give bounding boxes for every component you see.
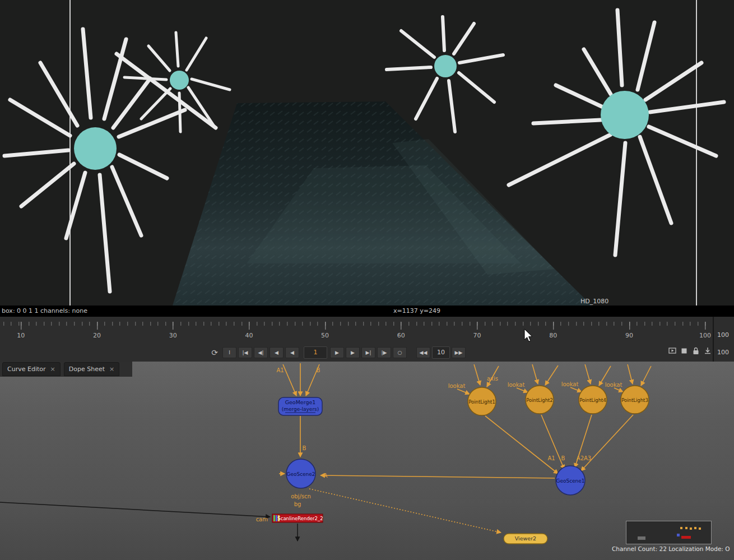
ruler-tick-label: 30 — [169, 332, 177, 339]
svg-text:B: B — [303, 445, 306, 451]
svg-text:GeoScene2: GeoScene2 — [286, 471, 315, 477]
svg-text:lookat: lookat — [605, 382, 622, 388]
play-backward-button[interactable]: ◀ — [285, 347, 299, 358]
monitor-play-icon[interactable] — [668, 346, 677, 355]
tab-curve-editor[interactable]: Curve Editor × — [2, 362, 61, 376]
point-light-sphere — [601, 91, 649, 139]
ruler-major-ticks — [0, 322, 709, 330]
play-forward-button[interactable]: ▶ — [330, 347, 344, 358]
ruler-tick-label: 40 — [245, 332, 253, 339]
lock-icon[interactable] — [691, 346, 700, 355]
nuke-window: HD_1080 box: 0 0 1 1 channels: none x=11… — [0, 0, 734, 560]
svg-text:obj/scn: obj/scn — [291, 493, 311, 499]
ruler-tick-label: 50 — [321, 332, 329, 339]
node-edges-dark — [0, 502, 298, 541]
transport-controls: ⟳ I |◀ ◀| ◀ ◀ 1 ▶ ▶ ▶| |▶ ○ ◀◀ 10 ▶▶ — [0, 343, 713, 362]
node-scanlinerender2[interactable]: ScanlineRender2_2 — [272, 514, 323, 522]
svg-text:GeoMerge1: GeoMerge1 — [285, 399, 316, 405]
prev-keyframe-button[interactable]: ◀| — [254, 347, 268, 358]
point-light-sphere — [434, 55, 457, 77]
goto-start-button[interactable]: |◀ — [238, 347, 252, 358]
viewer-status-bar: box: 0 0 1 1 channels: none x=1137 y=249 — [0, 306, 734, 317]
ruler-tick-label: 100 — [699, 332, 711, 339]
ruler-tick-label: 80 — [549, 332, 557, 339]
point-light-sphere — [74, 127, 117, 170]
svg-text:B: B — [561, 455, 565, 461]
svg-text:Viewer2: Viewer2 — [515, 535, 536, 542]
bbox-channels-label: box: 0 0 1 1 channels: none — [0, 307, 87, 314]
tab-dope-sheet[interactable]: Dope Sheet × — [64, 362, 119, 376]
node-pointlight3[interactable]: PointLight3 — [621, 386, 649, 414]
close-icon[interactable]: × — [50, 365, 55, 373]
node-graph[interactable]: A1 B B A obj/scn bg cam lookat lookat lo… — [0, 362, 734, 560]
range-end-field-bottom[interactable]: 100 — [714, 349, 734, 356]
ruler-tick-label: 60 — [397, 332, 405, 339]
tab-label: Curve Editor — [7, 365, 46, 373]
svg-text:lookat: lookat — [448, 383, 466, 389]
edge-labels: A1 B B A obj/scn bg cam lookat lookat lo… — [256, 367, 622, 522]
cursor-coordinates: x=1137 y=249 — [393, 306, 440, 317]
svg-text:A1: A1 — [276, 367, 284, 373]
close-icon[interactable]: × — [109, 365, 114, 373]
node-graph-minimap[interactable] — [626, 521, 712, 544]
channel-count-status: Channel Count: 22 Localization Mode: O — [612, 545, 730, 552]
ruler-tick-label: 70 — [473, 332, 481, 339]
svg-text:lookat: lookat — [508, 382, 525, 388]
svg-text:A2A3: A2A3 — [577, 455, 591, 461]
svg-text:A: A — [324, 473, 328, 479]
node-geomerge1[interactable]: GeoMerge1 (merge-layers) — [278, 397, 322, 415]
point-light-sphere — [170, 71, 189, 90]
node-geoscene1[interactable]: GeoScene1 — [556, 466, 585, 495]
node-geoscene2[interactable]: GeoScene2 — [286, 459, 315, 488]
next-keyframe-button[interactable]: ▶| — [361, 347, 375, 358]
save-icon[interactable] — [703, 346, 712, 355]
cycle-playback-icon[interactable]: ⟳ — [208, 347, 221, 358]
goto-end-button[interactable]: |▶ — [377, 347, 391, 358]
viewer-3d[interactable]: HD_1080 — [0, 0, 734, 306]
mouse-cursor — [523, 328, 535, 343]
svg-text:axis: axis — [487, 376, 498, 382]
ruler-tick-label: 90 — [625, 332, 633, 339]
step-back-button[interactable]: ◀ — [270, 347, 284, 358]
node-viewer2[interactable]: Viewer2 — [504, 534, 547, 544]
svg-text:PointLight3: PointLight3 — [621, 397, 648, 403]
format-label: HD_1080 — [580, 298, 608, 305]
tab-label: Dope Sheet — [69, 365, 105, 373]
frame-increment-field[interactable]: 10 — [432, 346, 450, 359]
node-pointlight2[interactable]: PointLight2 — [526, 386, 554, 414]
svg-text:bg: bg — [294, 501, 301, 507]
svg-text:PointLight4: PointLight4 — [579, 397, 606, 403]
stop-icon[interactable] — [680, 346, 689, 355]
range-end-field-top[interactable]: 100 — [714, 331, 734, 339]
ruler-tick-label: 20 — [93, 332, 101, 339]
svg-text:ScanlineRender2_2: ScanlineRender2_2 — [277, 516, 323, 521]
svg-text:cam: cam — [256, 516, 268, 522]
pane-tabs: Curve Editor × Dope Sheet × — [0, 362, 132, 377]
step-forward-button[interactable]: ▶ — [346, 347, 360, 358]
svg-text:A1: A1 — [547, 455, 555, 461]
node-pointlight1[interactable]: PointLight1 — [468, 387, 496, 415]
svg-text:PointLight1: PointLight1 — [468, 399, 495, 405]
svg-text:GeoScene1: GeoScene1 — [556, 478, 584, 484]
io-range-button[interactable]: I — [222, 347, 236, 358]
ruler-tick-label: 10 — [17, 332, 25, 339]
svg-text:(merge-layers): (merge-layers) — [282, 406, 319, 412]
svg-text:B: B — [317, 367, 320, 373]
timeline-ruler[interactable]: 102030405060708090100 — [0, 317, 713, 344]
jump-forward-button[interactable]: ▶▶ — [452, 347, 466, 358]
current-frame-field[interactable]: 1 — [304, 346, 327, 359]
svg-text:lookat: lookat — [561, 381, 579, 387]
node-pointlight4[interactable]: PointLight4 — [579, 386, 607, 414]
jump-back-button[interactable]: ◀◀ — [416, 347, 430, 358]
loop-mode-button[interactable]: ○ — [393, 347, 407, 358]
ruler-labels: 102030405060708090100 — [0, 332, 713, 340]
frame-range-panel: 100 100 — [713, 317, 734, 362]
svg-text:PointLight2: PointLight2 — [526, 397, 553, 403]
